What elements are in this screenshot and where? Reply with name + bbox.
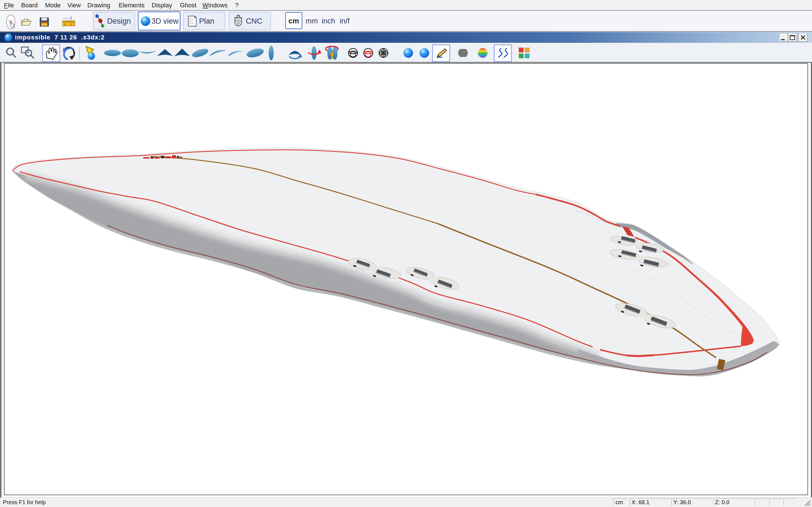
svg-text:0: 0 [70, 23, 72, 26]
svg-text:inch: inch [322, 17, 335, 25]
svg-text:in/f: in/f [340, 17, 350, 25]
svg-text:mm: mm [306, 17, 318, 25]
svg-text:CNC: CNC [246, 17, 262, 25]
svg-text:Plan: Plan [199, 17, 214, 25]
svg-text:cm: cm [289, 17, 299, 25]
svg-text:1: 1 [64, 23, 66, 26]
svg-text:Design: Design [107, 17, 131, 25]
svg-text:3D view: 3D view [151, 17, 179, 25]
